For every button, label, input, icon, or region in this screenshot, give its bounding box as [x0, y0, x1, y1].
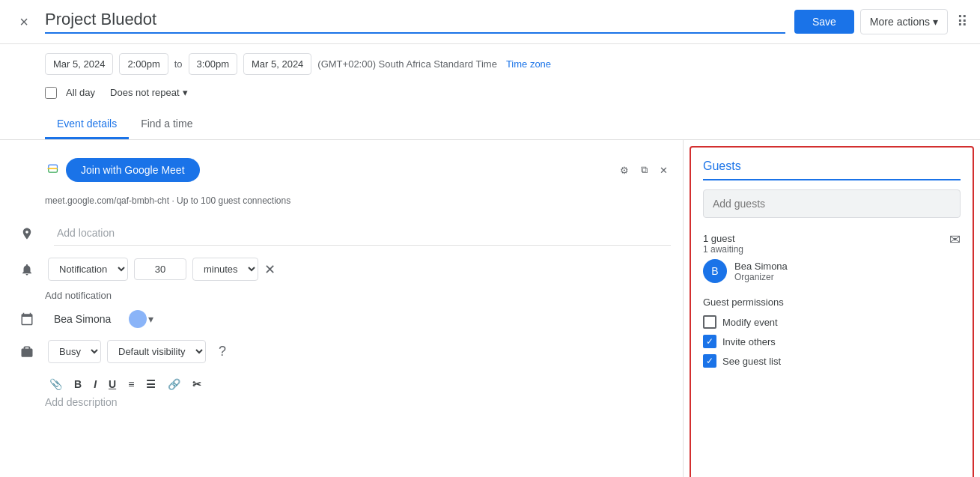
- add-guests-input[interactable]: [703, 189, 961, 218]
- start-date-button[interactable]: Mar 5, 2024: [45, 53, 113, 75]
- guest-info: Bea Simona Organizer: [734, 261, 788, 282]
- join-meet-button[interactable]: Join with Google Meet: [66, 158, 200, 182]
- invite-others-label: Invite others: [722, 336, 776, 347]
- calendar-icon: [12, 312, 42, 326]
- timezone-link[interactable]: Time zone: [506, 58, 551, 70]
- allday-row: All day Does not repeat ▾: [0, 81, 980, 110]
- svg-rect-1: [47, 168, 57, 169]
- top-actions: Save More actions ▾: [794, 9, 948, 34]
- guests-title: Guests: [703, 159, 961, 180]
- location-input[interactable]: [54, 221, 671, 246]
- see-guest-list-checkbox[interactable]: [703, 354, 716, 368]
- ordered-list-button[interactable]: ≡: [124, 375, 139, 393]
- remove-notification-button[interactable]: ✕: [264, 261, 276, 278]
- meet-copy-button[interactable]: ⧉: [638, 161, 651, 179]
- guests-panel: Guests 1 guest 1 awaiting ✉ B Bea Simona…: [690, 146, 974, 477]
- guest-name: Bea Simona: [734, 261, 788, 272]
- repeat-dropdown[interactable]: Does not repeat ▾: [104, 84, 194, 101]
- timezone-label: (GMT+02:00) South Africa Standard Time: [317, 58, 497, 70]
- start-time-button[interactable]: 2:00pm: [119, 53, 168, 75]
- end-date-button[interactable]: Mar 5, 2024: [243, 53, 311, 75]
- more-actions-button[interactable]: More actions ▾: [860, 9, 948, 34]
- calendar-color-button[interactable]: [129, 310, 147, 328]
- desc-toolbar: 📎 B I U ≡ ☰ 🔗 ✂: [0, 369, 683, 393]
- tab-find-time[interactable]: Find a time: [129, 110, 204, 139]
- apps-icon[interactable]: ⠿: [957, 13, 968, 31]
- visibility-select[interactable]: Default visibility: [107, 340, 206, 363]
- email-icon[interactable]: ✉: [949, 231, 961, 248]
- save-button[interactable]: Save: [794, 10, 854, 34]
- bell-icon: [12, 263, 42, 276]
- chevron-down-icon: ▾: [933, 16, 938, 28]
- guest-item: B Bea Simona Organizer: [703, 255, 961, 288]
- guest-role: Organizer: [734, 272, 788, 282]
- organizer-name: Bea Simona: [54, 313, 111, 325]
- meet-section: Join with Google Meet ⚙ ⧉ ✕: [0, 152, 683, 188]
- allday-label: All day: [66, 87, 95, 98]
- status-select[interactable]: Busy: [48, 340, 101, 363]
- close-button[interactable]: ×: [12, 10, 36, 34]
- repeat-label: Does not repeat: [110, 87, 180, 98]
- location-row: [0, 215, 683, 252]
- modify-event-label: Modify event: [722, 317, 778, 328]
- notification-unit-select[interactable]: minutes: [192, 258, 258, 281]
- chevron-down-icon: ▾: [148, 313, 153, 325]
- guest-awaiting: 1 awaiting: [703, 244, 743, 255]
- bold-button[interactable]: B: [70, 375, 86, 393]
- end-time-button[interactable]: 3:00pm: [189, 53, 237, 75]
- meet-actions: ⚙ ⧉ ✕: [617, 161, 671, 179]
- notification-value-input[interactable]: [134, 258, 186, 280]
- underline-button[interactable]: U: [104, 375, 121, 393]
- link-button[interactable]: 🔗: [163, 375, 185, 393]
- modify-event-permission: Modify event: [703, 312, 961, 332]
- google-meet-icon: [45, 161, 60, 180]
- event-title-input[interactable]: [45, 10, 785, 34]
- left-panel: Join with Google Meet ⚙ ⧉ ✕ meet.google.…: [0, 140, 684, 477]
- notification-row: Notification minutes ✕: [0, 252, 683, 287]
- invite-others-permission: Invite others: [703, 332, 961, 351]
- notification-type-select[interactable]: Notification: [48, 258, 128, 281]
- location-icon: [12, 227, 42, 240]
- description-input[interactable]: Add description: [0, 393, 683, 416]
- clear-format-button[interactable]: ✂: [188, 375, 206, 393]
- meet-close-button[interactable]: ✕: [657, 161, 671, 179]
- help-button[interactable]: ?: [212, 341, 233, 362]
- permissions-title: Guest permissions: [703, 297, 961, 308]
- to-label: to: [174, 58, 183, 70]
- guest-list-header: 1 guest 1 awaiting ✉: [703, 224, 961, 255]
- top-bar: × Save More actions ▾ ⠿: [0, 0, 980, 44]
- organizer-row: Bea Simona ▾: [0, 304, 683, 334]
- see-guest-list-label: See guest list: [722, 356, 781, 367]
- more-actions-label: More actions: [870, 16, 930, 28]
- briefcase-icon: [12, 345, 42, 359]
- meet-link: meet.google.com/qaf-bmbh-cht · Up to 100…: [0, 194, 683, 215]
- add-notification-button[interactable]: Add notification: [0, 287, 683, 304]
- datetime-row: Mar 5, 2024 2:00pm to 3:00pm Mar 5, 2024…: [0, 44, 980, 81]
- guest-count: 1 guest: [703, 233, 743, 244]
- tab-event-details[interactable]: Event details: [45, 110, 129, 139]
- avatar: B: [703, 259, 727, 283]
- status-row: Busy Default visibility ?: [0, 334, 683, 369]
- main-content: Join with Google Meet ⚙ ⧉ ✕ meet.google.…: [0, 140, 980, 477]
- see-guest-list-permission: See guest list: [703, 351, 961, 371]
- invite-others-checkbox[interactable]: [703, 335, 716, 348]
- chevron-down-icon: ▾: [183, 87, 188, 98]
- meet-settings-button[interactable]: ⚙: [617, 161, 632, 179]
- italic-button[interactable]: I: [89, 375, 101, 393]
- attachment-button[interactable]: 📎: [45, 375, 67, 393]
- unordered-list-button[interactable]: ☰: [141, 375, 160, 393]
- allday-checkbox[interactable]: [45, 87, 57, 99]
- tabs-row: Event details Find a time: [0, 110, 980, 140]
- modify-event-checkbox[interactable]: [703, 315, 716, 329]
